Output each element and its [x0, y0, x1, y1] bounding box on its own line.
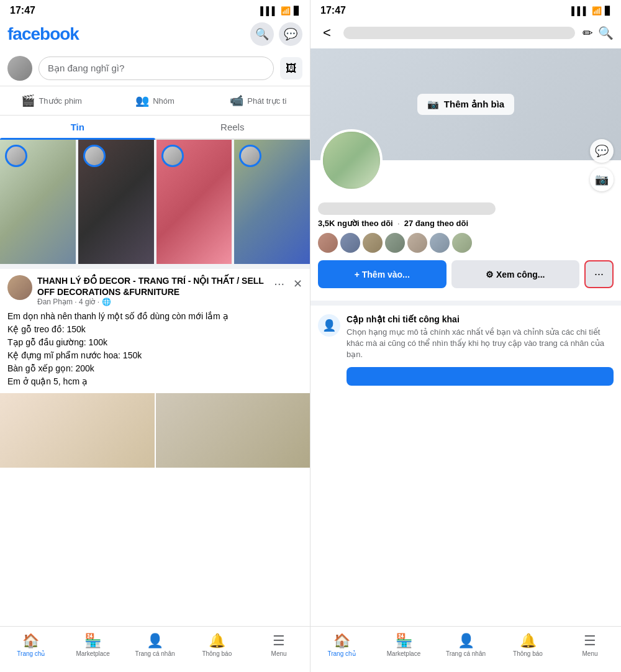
nav-marketplace-label-left: Marketplace	[76, 650, 109, 657]
friend-avatar-1	[318, 233, 338, 253]
nav-home-left[interactable]: 🏠 Trang chủ	[0, 630, 62, 660]
home-icon-left: 🏠	[22, 633, 39, 649]
status-bar-left: 17:47 ▌▌▌ 📶 ▊	[0, 0, 310, 19]
camera-profile-button[interactable]: 📷	[590, 168, 614, 191]
nav-profile-right[interactable]: 👤 Trang cá nhân	[435, 630, 497, 660]
live-label: Phát trực ti	[247, 96, 286, 106]
add-to-button[interactable]: + Thêm vào...	[318, 260, 446, 288]
nav-notifications-right[interactable]: 🔔 Thông báo	[497, 630, 559, 660]
post-image-2[interactable]	[156, 393, 310, 468]
time-left: 17:47	[10, 5, 35, 16]
add-cover-button[interactable]: 📷 Thêm ảnh bìa	[417, 94, 514, 115]
nav-home-right[interactable]: 🏠 Trang chủ	[310, 630, 373, 660]
profile-action-buttons: + Thêm vào... ⚙ Xem công... ···	[318, 260, 614, 288]
group-button[interactable]: 👥 Nhóm	[103, 89, 206, 112]
post-header-actions: ··· ✕	[270, 275, 302, 292]
story-item-2[interactable]	[78, 140, 154, 264]
back-button[interactable]: <	[318, 22, 336, 43]
nav-menu-left[interactable]: ☰ Menu	[248, 630, 310, 660]
header-icons-left: 🔍 💬	[250, 22, 302, 46]
group-label: Nhóm	[153, 96, 175, 106]
user-avatar	[7, 56, 32, 81]
profile-name	[318, 202, 496, 215]
menu-icon-left: ☰	[273, 633, 285, 649]
story-avatar-1	[5, 145, 27, 167]
profile-info: 3,5K người theo dõi · 27 đang theo dõi +…	[310, 198, 621, 301]
add-cover-label: Thêm ảnh bìa	[444, 99, 504, 110]
reel-button[interactable]: 🎬 Thước phim	[0, 89, 103, 112]
post-close-button[interactable]: ✕	[293, 277, 302, 291]
post-input[interactable]: Bạn đang nghĩ gì?	[39, 57, 274, 80]
wifi-icon-left: 📶	[281, 6, 291, 16]
bottom-nav-left: 🏠 Trang chủ 🏪 Marketplace 👤 Trang cá nhâ…	[0, 626, 310, 672]
group-icon: 👥	[135, 94, 149, 107]
status-icons-left: ▌▌▌ 📶 ▊	[260, 6, 300, 16]
story-item-3[interactable]	[156, 140, 232, 264]
friend-avatar-3	[363, 233, 383, 253]
search-button-right[interactable]: 🔍	[598, 25, 614, 40]
edit-button[interactable]: ✏	[582, 25, 593, 40]
post-info: THANH LÝ ĐỒ DECOR - TRANG TRÍ - NỘI THẤT…	[37, 275, 270, 306]
more-options-label: ···	[594, 268, 604, 280]
nav-menu-right[interactable]: ☰ Menu	[559, 630, 621, 660]
marketplace-icon-left: 🏪	[84, 633, 101, 649]
post-sub: Đan Phạm · 4 giờ · 🌐	[37, 297, 270, 306]
profile-picture[interactable]	[320, 129, 383, 191]
post-more-button[interactable]: ···	[270, 275, 288, 292]
update-title: Cập nhật chi tiết công khai	[347, 314, 614, 324]
header-right: < ✏ 🔍	[310, 19, 621, 48]
search-button[interactable]: 🔍	[250, 22, 274, 46]
nav-marketplace-left[interactable]: 🏪 Marketplace	[62, 630, 124, 660]
story-item-4[interactable]	[234, 140, 310, 264]
camera-icon: 📷	[427, 99, 439, 110]
action-row: 🎬 Thước phim 👥 Nhóm 📹 Phát trực ti	[0, 86, 310, 116]
post-card: THANH LÝ ĐỒ DECOR - TRANG TRÍ - NỘI THẤT…	[0, 264, 310, 468]
nav-profile-label-right: Trang cá nhân	[446, 650, 486, 657]
right-scroll: 📷 Thêm ảnh bìa 💬 📷 3,5K người theo dõi ·…	[310, 48, 621, 626]
post-image-1[interactable]	[0, 393, 155, 468]
friend-avatar-6	[430, 233, 450, 253]
tab-tin[interactable]: Tin	[0, 116, 155, 138]
add-to-label: + Thêm vào...	[355, 270, 410, 279]
update-btn[interactable]	[347, 367, 614, 386]
signal-icon-left: ▌▌▌	[260, 6, 278, 16]
messenger-button[interactable]: 💬	[279, 22, 302, 46]
live-button[interactable]: 📹 Phát trực ti	[207, 89, 310, 112]
nav-home-label-right: Trang chủ	[327, 650, 355, 657]
photo-button[interactable]: 🖼	[280, 57, 302, 79]
friend-avatar-7	[452, 233, 472, 253]
nav-marketplace-right[interactable]: 🏪 Marketplace	[373, 630, 435, 660]
notifications-icon-left: 🔔	[209, 633, 225, 649]
story-item-1[interactable]	[0, 140, 76, 264]
nav-home-label-left: Trang chủ	[17, 650, 45, 657]
nav-notifications-left[interactable]: 🔔 Thông báo	[186, 630, 248, 660]
wifi-icon-right: 📶	[592, 6, 602, 16]
nav-notifications-label-right: Thông báo	[513, 650, 543, 657]
story-avatar-2	[83, 145, 106, 167]
battery-icon-right: ▊	[605, 6, 611, 16]
update-description: Chọn hạng mục mô tả chính xác nhất về bạ…	[347, 327, 614, 361]
time-right: 17:47	[320, 5, 346, 16]
feed-tabs: Tin Reels	[0, 116, 310, 140]
bottom-nav-right: 🏠 Trang chủ 🏪 Marketplace 👤 Trang cá nhâ…	[310, 626, 621, 672]
header-left: facebook 🔍 💬	[0, 19, 310, 51]
profile-cover: 📷 Thêm ảnh bìa 💬 📷	[310, 48, 621, 160]
update-profile-icon: 👤	[318, 314, 340, 337]
nav-marketplace-label-right: Marketplace	[387, 650, 420, 657]
nav-profile-left[interactable]: 👤 Trang cá nhân	[124, 630, 186, 660]
friend-avatar-2	[340, 233, 360, 253]
post-name: THANH LÝ ĐỒ DECOR - TRANG TRÍ - NỘI THẤT…	[37, 275, 270, 297]
signal-icon-right: ▌▌▌	[571, 6, 589, 16]
nav-profile-label-left: Trang cá nhân	[135, 650, 175, 657]
tab-reels[interactable]: Reels	[155, 116, 310, 138]
view-work-label: ⚙ Xem công...	[486, 270, 545, 279]
profile-stats: 3,5K người theo dõi · 27 đang theo dõi	[318, 219, 614, 228]
status-bar-right: 17:47 ▌▌▌ 📶 ▊	[310, 0, 621, 19]
reel-icon: 🎬	[21, 94, 35, 107]
facebook-logo: facebook	[7, 24, 79, 44]
messenger-profile-button[interactable]: 💬	[590, 139, 614, 163]
globe-icon: 🌐	[102, 297, 111, 306]
more-options-button[interactable]: ···	[584, 260, 614, 288]
view-work-button[interactable]: ⚙ Xem công...	[451, 260, 580, 288]
post-meta: THANH LÝ ĐỒ DECOR - TRANG TRÍ - NỘI THẤT…	[7, 275, 270, 306]
